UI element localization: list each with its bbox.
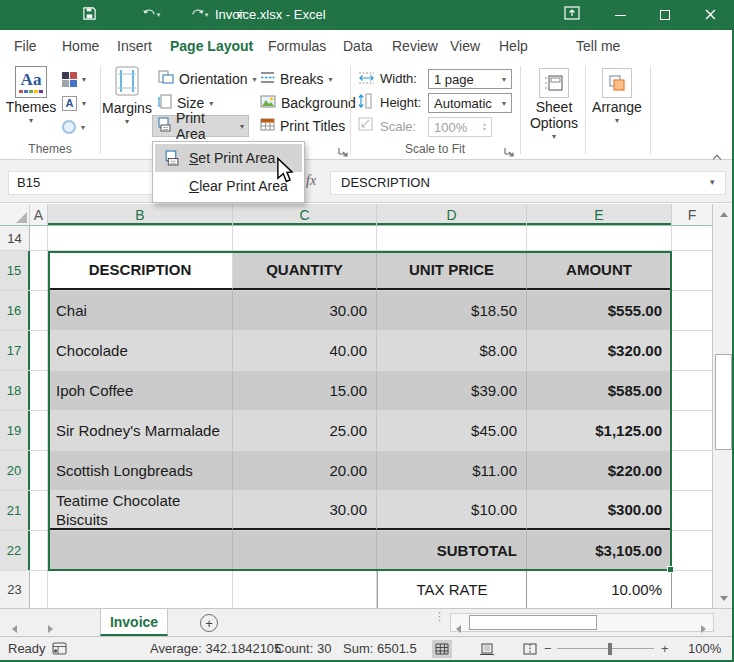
cell-F17[interactable] (672, 331, 712, 370)
cell-E19[interactable]: $1,125.00 (527, 411, 672, 450)
theme-effects-button[interactable]: ▾ (58, 116, 89, 138)
scale-to-fit-dialog-launcher[interactable] (504, 144, 516, 156)
cell-F21[interactable] (672, 491, 712, 530)
vertical-scroll-thumb[interactable] (715, 354, 732, 450)
cell-E22[interactable]: $3,105.00 (527, 531, 672, 570)
tab-help[interactable]: Help (499, 30, 528, 62)
cell-D23[interactable]: TAX RATE (377, 571, 527, 608)
cell-D21[interactable]: $10.00 (377, 491, 527, 530)
row-header-18[interactable]: 18 (0, 371, 30, 410)
arrange-button[interactable]: Arrange ▾ (588, 68, 646, 125)
scroll-up-button[interactable] (713, 204, 734, 224)
cell-B22[interactable] (48, 531, 233, 570)
tab-file[interactable]: File (14, 30, 37, 62)
cell-A15[interactable] (30, 251, 48, 290)
page-break-preview-button[interactable] (520, 640, 540, 658)
cell-B19[interactable]: Sir Rodney's Marmalade (48, 411, 233, 450)
scroll-down-button[interactable] (713, 588, 734, 608)
row-header-15[interactable]: 15 (0, 251, 30, 290)
cell-A19[interactable] (30, 411, 48, 450)
row-header-22[interactable]: 22 (0, 531, 30, 570)
cell-D20[interactable]: $11.00 (377, 451, 527, 490)
insert-function-button[interactable]: fx (306, 173, 316, 189)
undo-button[interactable]: ▾ (138, 6, 164, 24)
cell-A22[interactable] (30, 531, 48, 570)
cell-E16[interactable]: $555.00 (527, 291, 672, 330)
column-header-F[interactable]: F (672, 204, 712, 225)
redo-button[interactable]: ▾ (186, 6, 212, 24)
normal-view-button[interactable] (432, 640, 452, 658)
orientation-button[interactable]: Orientation▾ (154, 68, 261, 90)
cell-A17[interactable] (30, 331, 48, 370)
cell-B23[interactable] (48, 571, 233, 608)
height-select[interactable]: Automatic▾ (428, 93, 512, 113)
row-header-20[interactable]: 20 (0, 451, 30, 490)
zoom-out-button[interactable]: − (544, 637, 552, 660)
formula-input[interactable]: DESCRIPTION (330, 171, 726, 195)
cell-D15[interactable]: UNIT PRICE (377, 251, 527, 290)
menu-item-set-print-area[interactable]: Set Print Area (155, 144, 302, 172)
cell-A16[interactable] (30, 291, 48, 330)
tab-insert[interactable]: Insert (117, 30, 152, 62)
menu-item-clear-print-area[interactable]: Clear Print Area (155, 172, 302, 200)
cell-C20[interactable]: 20.00 (233, 451, 377, 490)
cell-B18[interactable]: Ipoh Coffee (48, 371, 233, 410)
cell-E21[interactable]: $300.00 (527, 491, 672, 530)
sheet-tab-invoice[interactable]: Invoice (100, 609, 168, 636)
sheet-options-button[interactable]: Sheet Options ▾ (524, 68, 584, 141)
print-area-button[interactable]: Print Area▾ (152, 115, 249, 137)
row-header-23[interactable]: 23 (0, 571, 30, 608)
cell-C19[interactable]: 25.00 (233, 411, 377, 450)
cell-C14[interactable] (233, 226, 377, 250)
save-button[interactable] (80, 6, 98, 24)
cell-C18[interactable]: 15.00 (233, 371, 377, 410)
row-header-16[interactable]: 16 (0, 291, 30, 330)
row-header-14[interactable]: 14 (0, 226, 30, 250)
column-header-D[interactable]: D (377, 204, 527, 225)
expand-formula-bar-icon[interactable]: ▾ (710, 177, 715, 187)
macro-record-icon[interactable] (52, 642, 67, 658)
tab-view[interactable]: View (450, 30, 480, 62)
print-titles-button[interactable]: Print Titles (256, 115, 349, 137)
select-all-button[interactable] (0, 204, 30, 225)
cell-C22[interactable] (233, 531, 377, 570)
column-header-C[interactable]: C (233, 204, 377, 225)
row-header-17[interactable]: 17 (0, 331, 30, 370)
cell-A20[interactable] (30, 451, 48, 490)
cell-C21[interactable]: 30.00 (233, 491, 377, 530)
cell-B21[interactable]: Teatime Chocolate Biscuits (48, 491, 233, 530)
cell-E18[interactable]: $585.00 (527, 371, 672, 410)
cell-A21[interactable] (30, 491, 48, 530)
scroll-left-button[interactable] (456, 619, 461, 637)
cell-A14[interactable] (30, 226, 48, 250)
minimize-button[interactable] (600, 0, 640, 30)
cell-D18[interactable]: $39.00 (377, 371, 527, 410)
cell-D19[interactable]: $45.00 (377, 411, 527, 450)
tab-page-layout[interactable]: Page Layout (170, 30, 253, 62)
cell-B20[interactable]: Scottish Longbreads (48, 451, 233, 490)
cell-C17[interactable]: 40.00 (233, 331, 377, 370)
cell-A23[interactable] (30, 571, 48, 608)
cell-A18[interactable] (30, 371, 48, 410)
cell-F14[interactable] (672, 226, 712, 250)
maximize-button[interactable] (645, 0, 685, 30)
cell-F16[interactable] (672, 291, 712, 330)
page-setup-dialog-launcher[interactable] (338, 144, 350, 156)
row-header-19[interactable]: 19 (0, 411, 30, 450)
width-select[interactable]: 1 page▾ (428, 69, 512, 89)
cell-F22[interactable] (672, 531, 712, 570)
previous-sheet-button[interactable] (12, 619, 17, 637)
cell-C16[interactable]: 30.00 (233, 291, 377, 330)
cell-D17[interactable]: $8.00 (377, 331, 527, 370)
theme-fonts-button[interactable]: A ▾ (58, 92, 90, 114)
cell-C15[interactable]: QUANTITY (233, 251, 377, 290)
margins-button[interactable]: Margins ▾ (104, 66, 150, 126)
column-header-A[interactable]: A (30, 204, 48, 225)
horizontal-scrollbar[interactable] (450, 613, 714, 632)
scroll-right-button[interactable] (701, 619, 706, 637)
tab-review[interactable]: Review (392, 30, 438, 62)
new-sheet-button[interactable]: + (200, 614, 218, 632)
vertical-scrollbar[interactable] (712, 204, 734, 608)
cell-E14[interactable] (527, 226, 672, 250)
zoom-level[interactable]: 100% (688, 637, 721, 660)
